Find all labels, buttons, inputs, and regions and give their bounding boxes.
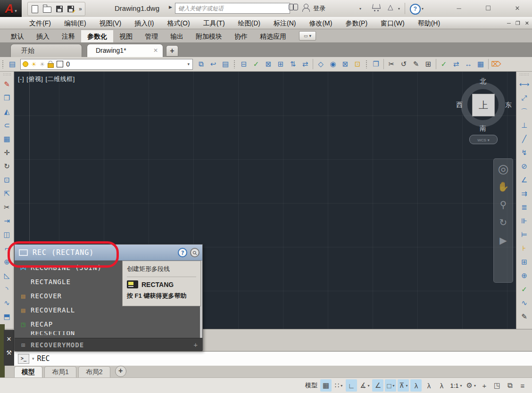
toolbar-button[interactable]: ↺ — [398, 58, 410, 70]
viewport-view-control[interactable]: [俯视] — [26, 75, 43, 82]
toolbar-button[interactable]: ✓ — [250, 58, 262, 70]
toolbar-button[interactable]: ⇱ — [0, 187, 14, 200]
menu-dimension[interactable]: 标注(N) — [267, 17, 302, 29]
navbar-button[interactable]: ▶ — [499, 235, 507, 246]
popup-item[interactable]: ◳ RECAP — [15, 317, 202, 331]
layout-tab-model[interactable]: 模型 — [14, 366, 42, 377]
tab-insert[interactable]: 插入 — [30, 30, 56, 42]
viewport-menu-control[interactable]: [-] — [18, 75, 24, 82]
navbar-button[interactable]: ⚲ — [500, 199, 507, 210]
toolbar-button[interactable]: ◝ — [0, 282, 14, 296]
navbar-button[interactable]: ↻ — [499, 217, 507, 228]
qat-expand-icon[interactable]: » — [79, 6, 81, 12]
toolbar-button[interactable]: ✓ — [516, 282, 532, 296]
file-tab-drawing1[interactable]: Drawing1* ✕ — [87, 44, 163, 57]
viewcube[interactable]: 北 南 西 东 上 — [455, 76, 511, 133]
toolbar-button[interactable]: ⊘ — [516, 159, 532, 173]
toolbar-button[interactable]: ⟷ — [516, 77, 532, 91]
commandline-customize-wrench-icon[interactable]: ⚒ — [4, 349, 14, 356]
toolbar-button[interactable]: ❐ — [0, 91, 14, 105]
tab-output[interactable]: 输出 — [164, 30, 190, 42]
toolbar-button[interactable]: ⊞ — [274, 58, 287, 70]
toolbar-button[interactable]: ◇ — [315, 58, 327, 70]
command-line[interactable]: >_ ▾ REC — [14, 351, 532, 366]
toolbar-button[interactable]: ⊕ — [516, 269, 532, 282]
toolbar-button[interactable]: ⇄ — [450, 58, 462, 70]
close-button[interactable]: ✕ — [503, 0, 532, 17]
toolbar-button[interactable]: ◭ — [0, 105, 14, 118]
toolbar-button[interactable]: ∿ — [0, 296, 14, 310]
tab-manage[interactable]: 管理 — [139, 30, 164, 42]
menu-view[interactable]: 视图(V) — [93, 17, 128, 29]
toolbar-button[interactable]: ⌒ — [516, 105, 532, 118]
toolbar-grip[interactable] — [366, 60, 368, 68]
toolbar-button[interactable]: ✎ — [410, 58, 422, 70]
new-layout-button[interactable]: + — [115, 366, 126, 377]
app-menu-button[interactable]: A ▾ — [0, 0, 22, 17]
toolbar-button[interactable]: ↯ — [516, 146, 532, 159]
tab-featured[interactable]: 精选应用 — [254, 30, 292, 42]
toolbar-button[interactable]: ⊠ — [262, 58, 274, 70]
toolbar-button[interactable]: ✛ — [0, 146, 14, 159]
minimize-button[interactable]: ─ — [444, 0, 474, 17]
toolbar-button[interactable]: ⌦ — [490, 58, 502, 70]
layer-unlock-icon[interactable] — [48, 63, 54, 68]
popup-item-partial[interactable]: RECSECTION — [15, 331, 202, 335]
menu-insert[interactable]: 插入(I) — [128, 17, 160, 29]
toolbar-button[interactable]: ⇥ — [0, 214, 14, 228]
search-input[interactable] — [175, 3, 290, 14]
doc-restore-icon[interactable]: ❐ — [515, 20, 520, 26]
tab-home[interactable]: 默认 — [5, 30, 30, 42]
toolbar-grip[interactable] — [3, 73, 11, 76]
toolbar-button[interactable]: ╱ — [516, 132, 532, 146]
toolbar-button[interactable]: ✂ — [385, 58, 398, 70]
maximize-button[interactable]: ☐ — [474, 0, 503, 17]
autodesk-app-icon[interactable]: △ — [388, 3, 393, 11]
menu-edit[interactable]: 编辑(E) — [58, 17, 93, 29]
toolbar-button[interactable]: ⊡ — [351, 58, 364, 70]
toolbar-button[interactable]: ◫ — [0, 228, 14, 241]
new-drawing-tab-button[interactable]: + — [166, 45, 178, 57]
command-input-value[interactable]: REC — [37, 354, 50, 363]
toolbar-button[interactable]: ❐ — [370, 58, 382, 70]
commandline-close-icon[interactable]: ✕ — [4, 336, 14, 343]
tab-close-icon[interactable]: ✕ — [153, 47, 158, 54]
menu-format[interactable]: 格式(O) — [160, 17, 196, 29]
viewcube-south[interactable]: 南 — [480, 124, 486, 133]
toolbar-button[interactable]: ⊥ — [516, 118, 532, 132]
toolbar-button[interactable]: ⬒ — [0, 310, 14, 323]
navbar-button[interactable]: ◎ — [498, 164, 509, 174]
layer-vp-freeze-icon[interactable]: ☀ — [40, 61, 45, 68]
title-flyout-icon[interactable]: ▶ — [169, 5, 172, 9]
command-prompt-icon[interactable]: >_ — [18, 354, 29, 364]
save-icon[interactable] — [56, 6, 63, 12]
menu-tools[interactable]: 工具(T) — [197, 17, 232, 29]
toolbar-button[interactable]: ✂ — [0, 200, 14, 214]
toolbar-button[interactable]: ↩ — [207, 58, 219, 70]
layer-select[interactable]: ☀ ☀ 0 ▾ — [20, 59, 193, 70]
toolbar-button[interactable]: ⊨ — [516, 228, 532, 241]
menu-modify[interactable]: 修改(M) — [302, 17, 339, 29]
toolbar-button[interactable]: ▤ — [6, 58, 18, 70]
layer-color-swatch[interactable] — [57, 61, 63, 67]
viewcube-west[interactable]: 西 — [456, 101, 463, 109]
toolbar-button[interactable]: ≣ — [516, 200, 532, 214]
layout-tab-layout2[interactable]: 布局2 — [78, 366, 110, 377]
open-file-icon[interactable] — [43, 7, 51, 13]
menu-parametric[interactable]: 参数(P) — [339, 17, 374, 29]
toolbar-button[interactable]: ▦ — [0, 132, 14, 146]
toolbar-grip[interactable] — [2, 60, 4, 68]
toolbar-button[interactable]: ⊟ — [238, 58, 250, 70]
toolbar-grip[interactable] — [233, 60, 236, 68]
tab-parametric[interactable]: 参数化 — [81, 30, 113, 42]
toolbar-button[interactable]: ⊪ — [516, 214, 532, 228]
toolbar-button[interactable]: ◺ — [0, 269, 14, 282]
toolbar-button[interactable]: ✎ — [516, 310, 532, 323]
layer-thaw-sun-icon[interactable]: ☀ — [31, 61, 37, 68]
expand-plus-icon[interactable]: + — [194, 341, 198, 349]
menu-draw[interactable]: 绘图(D) — [232, 17, 267, 29]
file-tab-start[interactable]: 开始 — [10, 44, 82, 57]
store-arrow-icon[interactable]: ▾ — [398, 7, 400, 11]
toolbar-button[interactable]: ⊂ — [0, 118, 14, 132]
toolbar-button[interactable]: ∿ — [516, 296, 532, 310]
